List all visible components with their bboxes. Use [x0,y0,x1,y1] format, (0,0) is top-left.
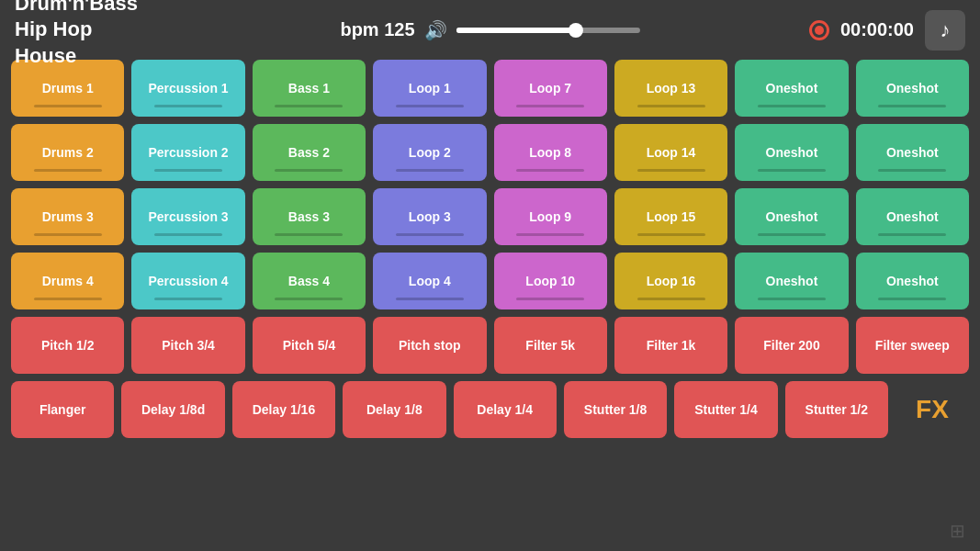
pad-2-7[interactable]: Oneshot [856,188,969,245]
pad-4-6[interactable]: Filter 200 [735,317,848,374]
pad-3-1[interactable]: Percussion 4 [131,253,244,309]
pad-5-4[interactable]: Delay 1/4 [454,381,557,438]
grid-row-3: Drums 4Percussion 4Bass 4Loop 4Loop 10Lo… [11,253,969,309]
record-button[interactable] [809,20,829,40]
pad-5-0[interactable]: Flanger [11,381,114,438]
pad-grid: Drums 1Percussion 1Bass 1Loop 1Loop 7Loo… [0,60,980,438]
pad-2-2[interactable]: Bass 3 [253,188,366,245]
pad-0-3[interactable]: Loop 1 [373,60,486,117]
genre-house[interactable]: House [15,43,138,70]
grid-row-2: Drums 3Percussion 3Bass 3Loop 3Loop 9Loo… [11,188,969,245]
pad-3-0[interactable]: Drums 4 [11,253,124,309]
pad-5-6[interactable]: Stutter 1/4 [674,381,777,438]
pad-4-2[interactable]: Pitch 5/4 [253,317,366,374]
pad-0-2[interactable]: Bass 1 [253,60,366,117]
bpm-label: bpm 125 [340,19,414,40]
pad-4-7[interactable]: Filter sweep [856,317,969,374]
volume-slider[interactable] [456,28,640,33]
pad-4-1[interactable]: Pitch 3/4 [131,317,244,374]
volume-icon[interactable]: 🔊 [424,19,447,41]
pad-0-1[interactable]: Percussion 1 [131,60,244,117]
pad-1-5[interactable]: Loop 14 [614,124,727,181]
grid-row-4: Pitch 1/2Pitch 3/4Pitch 5/4Pitch stopFil… [11,317,969,374]
pad-5-5[interactable]: Stutter 1/8 [564,381,667,438]
pad-2-5[interactable]: Loop 15 [614,188,727,245]
pad-1-7[interactable]: Oneshot [856,124,969,181]
pad-2-6[interactable]: Oneshot [735,188,848,245]
pad-2-0[interactable]: Drums 3 [11,188,124,245]
pad-3-7[interactable]: Oneshot [856,253,969,309]
genre-hip-hop[interactable]: Hip Hop [15,17,138,43]
pad-4-0[interactable]: Pitch 1/2 [11,317,124,374]
pad-1-2[interactable]: Bass 2 [253,124,366,181]
right-controls: 00:00:00 ♪ [809,10,965,51]
pad-0-5[interactable]: Loop 13 [614,60,727,117]
grid-row-1: Drums 2Percussion 2Bass 2Loop 2Loop 8Loo… [11,124,969,181]
pad-0-6[interactable]: Oneshot [735,60,848,117]
pad-0-7[interactable]: Oneshot [856,60,969,117]
pad-3-4[interactable]: Loop 10 [494,253,607,309]
pad-4-3[interactable]: Pitch stop [373,317,486,374]
fx-label: FX [896,381,969,438]
pad-2-1[interactable]: Percussion 3 [131,188,244,245]
pad-4-5[interactable]: Filter 1k [614,317,727,374]
pad-2-4[interactable]: Loop 9 [494,188,607,245]
pad-4-4[interactable]: Filter 5k [494,317,607,374]
pad-3-5[interactable]: Loop 16 [614,253,727,309]
pad-3-6[interactable]: Oneshot [735,253,848,309]
pad-0-4[interactable]: Loop 7 [494,60,607,117]
pad-1-6[interactable]: Oneshot [735,124,848,181]
pad-5-1[interactable]: Delay 1/8d [121,381,224,438]
pad-1-4[interactable]: Loop 8 [494,124,607,181]
genre-menu: Drum'n'Bass Hip Hop House [15,0,138,69]
grid-row-5: FlangerDelay 1/8dDelay 1/16Delay 1/8Dela… [11,381,969,438]
pad-1-0[interactable]: Drums 2 [11,124,124,181]
grid-icon: ⊞ [950,520,965,542]
pad-1-1[interactable]: Percussion 2 [131,124,244,181]
bpm-section: bpm 125 🔊 [340,19,639,41]
pad-5-3[interactable]: Delay 1/8 [343,381,445,438]
grid-row-0: Drums 1Percussion 1Bass 1Loop 1Loop 7Loo… [11,60,969,117]
header: Drum'n'Bass Hip Hop House bpm 125 🔊 00:0… [0,0,980,60]
pad-3-2[interactable]: Bass 4 [253,253,366,309]
music-icon[interactable]: ♪ [925,10,965,51]
pad-1-3[interactable]: Loop 2 [373,124,486,181]
pad-3-3[interactable]: Loop 4 [373,253,486,309]
pad-5-2[interactable]: Delay 1/16 [232,381,335,438]
pad-5-7[interactable]: Stutter 1/2 [785,381,888,438]
genre-drum-n-bass[interactable]: Drum'n'Bass [15,0,138,17]
timer-display: 00:00:00 [840,19,914,40]
pad-2-3[interactable]: Loop 3 [373,188,486,245]
